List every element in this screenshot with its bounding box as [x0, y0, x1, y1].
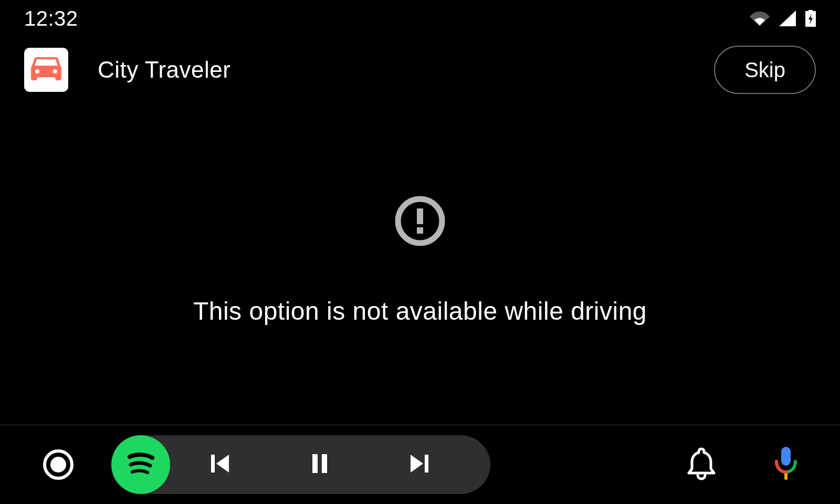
svg-point-4	[53, 69, 57, 74]
svg-rect-7	[417, 227, 423, 234]
cell-signal-icon	[779, 10, 796, 26]
alert-icon	[394, 195, 446, 249]
pause-icon	[308, 452, 332, 478]
spotify-icon	[122, 445, 159, 484]
media-app-button[interactable]	[111, 435, 170, 494]
media-controls	[111, 435, 490, 494]
status-time: 12:32	[24, 7, 78, 30]
svg-rect-6	[417, 208, 423, 224]
app-header: City Traveler Skip	[24, 46, 816, 93]
wifi-icon	[750, 10, 770, 26]
bottom-nav-bar	[0, 425, 840, 504]
status-bar: 12:32	[0, 0, 840, 37]
play-pause-button[interactable]	[270, 435, 370, 494]
battery-charging-icon	[805, 10, 816, 27]
svg-point-9	[50, 457, 66, 472]
skip-next-icon	[407, 452, 432, 478]
car-icon	[31, 55, 61, 85]
svg-rect-11	[312, 454, 318, 473]
skip-previous-icon	[208, 452, 232, 478]
notifications-button[interactable]	[687, 447, 716, 482]
svg-rect-12	[322, 454, 327, 473]
bell-icon	[687, 447, 716, 482]
svg-point-3	[35, 69, 39, 74]
app-title: City Traveler	[98, 57, 230, 83]
previous-track-button[interactable]	[170, 435, 270, 494]
unavailable-message: This option is not available while drivi…	[193, 297, 647, 326]
app-icon[interactable]	[24, 48, 68, 92]
svg-rect-13	[425, 455, 428, 472]
microphone-icon	[774, 446, 798, 484]
main-content: This option is not available while drivi…	[0, 94, 840, 425]
skip-button[interactable]: Skip	[714, 46, 816, 94]
next-track-button[interactable]	[370, 435, 469, 494]
status-icons	[750, 10, 816, 27]
voice-assistant-button[interactable]	[774, 446, 798, 484]
app-launcher-button[interactable]	[42, 448, 75, 481]
svg-rect-14	[781, 447, 791, 466]
svg-rect-10	[211, 455, 215, 472]
nav-right-group	[687, 446, 798, 484]
